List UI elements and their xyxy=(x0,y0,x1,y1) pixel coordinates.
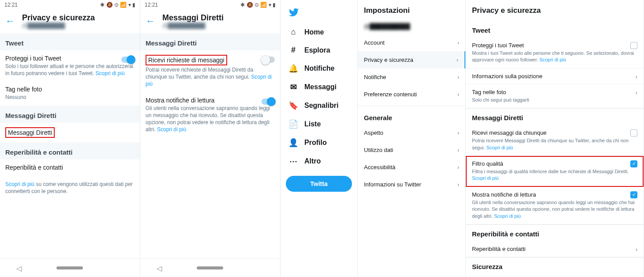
header: ← Privacy e sicurezza @██████████ xyxy=(0,10,140,33)
mobile-screen-privacy: 12:21 ✱ 🔕 ⊝ 📶 ▾ ▮ ← Privacy e sicurezza … xyxy=(0,0,140,277)
account-handle: @██████████ xyxy=(358,21,465,34)
android-nav-bar: ◁ xyxy=(140,258,280,277)
settings-notifications[interactable]: Notifiche› xyxy=(358,68,465,86)
learn-more-link[interactable]: Scopri di più xyxy=(486,145,513,150)
chevron-right-icon: › xyxy=(457,164,459,171)
sensitive-content-row[interactable]: Mostra contenuti che potrebbero includer… xyxy=(466,274,644,277)
photo-tag-label: Tag nelle foto xyxy=(5,86,135,93)
status-icons: ✱ 🔕 ⊝ 📶 ▾ ▮ xyxy=(99,2,135,8)
chevron-right-icon: › xyxy=(457,91,459,98)
back-arrow-icon[interactable]: ← xyxy=(5,15,15,27)
nav-notifications[interactable]: 🔔Notifiche xyxy=(283,59,355,78)
learn-more-link[interactable]: Scopri di più xyxy=(472,175,499,181)
home-pill-icon[interactable] xyxy=(56,266,83,269)
back-arrow-icon[interactable]: ← xyxy=(146,15,155,27)
mobile-screen-dm: 12:21 ✱ 🔕 ⊝ 📶 ▾ ▮ ← Messaggi Diretti @██… xyxy=(140,0,281,277)
receive-requests-row[interactable]: Ricevi richieste di messaggi Potrai rice… xyxy=(140,50,280,92)
recents-icon[interactable] xyxy=(256,264,264,272)
chevron-right-icon: › xyxy=(457,57,458,63)
receive-requests-toggle[interactable] xyxy=(262,57,275,63)
bell-icon: 🔔 xyxy=(288,64,298,73)
page-title: Messaggi Diretti xyxy=(162,13,224,23)
status-bar: 12:21 ✱ 🔕 ⊝ 📶 ▾ ▮ xyxy=(140,0,280,10)
section-dm: Messaggi Diretti xyxy=(0,106,140,123)
photo-tag-row[interactable]: Tag nelle foto Solo chi segui può taggar… xyxy=(466,84,644,108)
back-triangle-icon[interactable]: ◁ xyxy=(16,264,24,272)
discoverability-row[interactable]: Reperibilità e contatti › xyxy=(466,241,644,257)
settings-accessibility[interactable]: Accessibilità› xyxy=(358,159,465,176)
clock: 12:21 xyxy=(145,2,158,8)
chevron-right-icon: › xyxy=(457,74,459,80)
protect-tweets-row[interactable]: Proteggi i tuoi Tweet Solo i tuoi follow… xyxy=(0,50,140,81)
learn-more-link[interactable]: Scopri di più xyxy=(494,213,521,219)
envelope-icon: ✉ xyxy=(288,82,298,92)
settings-data-usage[interactable]: Utilizzo dati› xyxy=(358,141,465,159)
clock: 12:21 xyxy=(4,2,18,8)
recents-icon[interactable] xyxy=(116,264,124,272)
read-receipts-checkbox[interactable]: ✓ xyxy=(630,191,637,198)
nav-profile[interactable]: 👤Profilo xyxy=(283,133,355,152)
read-receipts-toggle[interactable] xyxy=(262,99,275,105)
receive-requests-label-highlighted: Ricevi richieste di messaggi xyxy=(146,55,227,65)
section-dm: Messaggi Diretti xyxy=(466,108,644,125)
photo-tag-row[interactable]: Tag nelle foto Nessuno xyxy=(0,81,140,105)
page-title: Privacy e sicurezza xyxy=(22,13,95,23)
nav-explore[interactable]: #Esplora xyxy=(283,41,355,59)
learn-more-link[interactable]: Scopri di più xyxy=(157,126,186,133)
learn-more-link[interactable]: Scopri di più xyxy=(539,57,566,62)
read-receipts-row[interactable]: Mostra notifiche di lettura Gli utenti n… xyxy=(466,187,644,224)
dm-settings-row[interactable]: Messaggi Diretti xyxy=(0,123,140,142)
settings-content-prefs[interactable]: Preferenze contenuti› xyxy=(358,86,465,103)
section-dm: Messaggi Diretti xyxy=(140,33,280,50)
home-icon: ⌂ xyxy=(288,27,298,37)
settings-appearance[interactable]: Aspetto› xyxy=(358,124,465,141)
discoverability-row[interactable]: Reperibilità e contatti xyxy=(0,159,140,175)
settings-about[interactable]: Informazioni su Twitter› xyxy=(358,176,465,193)
learn-more-link[interactable]: Scopri di più xyxy=(96,70,125,76)
status-icons: ✱ 🔕 ⊝ 📶 ▾ ▮ xyxy=(239,2,276,8)
learn-more-link[interactable]: Scopri di più xyxy=(5,181,34,187)
receive-anyone-row[interactable]: Ricevi messaggi da chiunque Potrai ricev… xyxy=(466,125,644,156)
settings-privacy[interactable]: Privacy e sicurezza› xyxy=(358,51,465,68)
quality-filter-row[interactable]: Filtro qualità Filtra i messaggi di qual… xyxy=(466,156,644,187)
twitter-bird-icon[interactable] xyxy=(283,4,355,23)
nav-messages[interactable]: ✉Messaggi xyxy=(283,78,355,96)
home-pill-icon[interactable] xyxy=(197,266,223,269)
android-nav-bar: ◁ xyxy=(0,258,140,277)
protect-tweets-row[interactable]: Proteggi i tuoi Tweet Mostra i tuoi Twee… xyxy=(466,38,644,68)
read-receipts-row[interactable]: Mostra notifiche di lettura Gli utenti n… xyxy=(140,92,280,138)
chevron-right-icon: › xyxy=(457,182,459,188)
back-triangle-icon[interactable]: ◁ xyxy=(157,264,165,272)
protect-tweets-label: Proteggi i tuoi Tweet xyxy=(5,55,135,62)
primary-nav: ⌂Home #Esplora 🔔Notifiche ✉Messaggi 🔖Seg… xyxy=(281,0,358,277)
tweet-button[interactable]: Twitta xyxy=(286,176,352,192)
photo-tag-value: Nessuno xyxy=(5,94,135,101)
location-info-row[interactable]: Informazioni sulla posizione › xyxy=(466,68,644,84)
chevron-right-icon: › xyxy=(636,90,637,96)
main-title: Privacy e sicurezza xyxy=(466,4,644,21)
receive-anyone-checkbox[interactable] xyxy=(630,129,637,137)
main-column: Privacy e sicurezza Tweet Proteggi i tuo… xyxy=(466,0,644,277)
settings-account[interactable]: Account› xyxy=(358,34,465,51)
nav-lists[interactable]: 📄Liste xyxy=(283,115,355,133)
desktop-twitter: ⌂Home #Esplora 🔔Notifiche ✉Messaggi 🔖Seg… xyxy=(281,0,644,277)
settings-group-general: Generale xyxy=(358,106,465,124)
settings-column: Impostazioni @██████████ Account› Privac… xyxy=(358,0,466,277)
section-tweet: Tweet xyxy=(0,33,140,50)
dm-label-highlighted: Messaggi Diretti xyxy=(5,127,55,138)
nav-bookmarks[interactable]: 🔖Segnalibri xyxy=(283,96,355,115)
protect-tweets-checkbox[interactable] xyxy=(630,42,637,49)
hashtag-icon: # xyxy=(288,46,298,55)
nav-home[interactable]: ⌂Home xyxy=(283,23,355,41)
list-icon: 📄 xyxy=(288,119,298,129)
protect-tweets-toggle[interactable] xyxy=(121,57,135,63)
settings-title: Impostazioni xyxy=(358,4,465,21)
chevron-right-icon: › xyxy=(457,130,459,136)
bookmark-icon: 🔖 xyxy=(288,101,298,110)
quality-filter-checkbox[interactable]: ✓ xyxy=(630,160,637,167)
account-handle: @██████████ xyxy=(162,23,224,29)
chevron-right-icon: › xyxy=(457,147,459,153)
chevron-right-icon: › xyxy=(457,40,459,46)
nav-more[interactable]: ⋯Altro xyxy=(283,152,355,171)
chevron-right-icon: › xyxy=(636,247,637,253)
